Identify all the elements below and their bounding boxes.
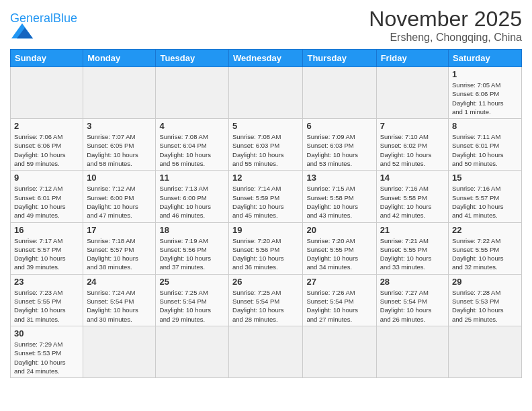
day-number: 26	[232, 277, 299, 287]
day-info: Sunrise: 7:05 AMSunset: 6:06 PMDaylight:…	[452, 81, 518, 116]
day-cell: 4Sunrise: 7:08 AMSunset: 6:04 PMDaylight…	[156, 119, 229, 171]
day-cell: 7Sunrise: 7:10 AMSunset: 6:02 PMDaylight…	[376, 119, 448, 171]
day-info: Sunrise: 7:06 AMSunset: 6:06 PMDaylight:…	[14, 132, 79, 168]
day-cell	[83, 326, 156, 377]
day-number: 15	[452, 173, 518, 183]
day-info: Sunrise: 7:19 AMSunset: 5:56 PMDaylight:…	[159, 236, 225, 272]
day-cell	[229, 67, 303, 119]
week-row-1: 1Sunrise: 7:05 AMSunset: 6:06 PMDaylight…	[11, 67, 522, 119]
day-cell: 12Sunrise: 7:14 AMSunset: 5:59 PMDayligh…	[229, 171, 303, 222]
day-info: Sunrise: 7:16 AMSunset: 5:57 PMDaylight:…	[452, 184, 518, 220]
day-info: Sunrise: 7:23 AMSunset: 5:55 PMDaylight:…	[14, 288, 79, 324]
day-info: Sunrise: 7:09 AMSunset: 6:03 PMDaylight:…	[306, 132, 372, 168]
day-cell: 2Sunrise: 7:06 AMSunset: 6:06 PMDaylight…	[11, 119, 83, 171]
calendar-header-sunday: Sunday	[11, 50, 83, 67]
day-cell: 10Sunrise: 7:12 AMSunset: 6:00 PMDayligh…	[83, 171, 156, 222]
day-cell: 5Sunrise: 7:08 AMSunset: 6:03 PMDaylight…	[229, 119, 303, 171]
day-info: Sunrise: 7:08 AMSunset: 6:03 PMDaylight:…	[232, 132, 299, 168]
day-cell	[303, 326, 376, 377]
day-number: 13	[306, 173, 372, 183]
day-cell: 6Sunrise: 7:09 AMSunset: 6:03 PMDaylight…	[303, 119, 376, 171]
day-info: Sunrise: 7:25 AMSunset: 5:54 PMDaylight:…	[232, 288, 299, 324]
day-number: 5	[232, 121, 299, 131]
day-cell: 15Sunrise: 7:16 AMSunset: 5:57 PMDayligh…	[449, 171, 522, 222]
day-number: 3	[87, 121, 152, 131]
day-info: Sunrise: 7:26 AMSunset: 5:54 PMDaylight:…	[306, 288, 372, 324]
day-number: 22	[452, 225, 518, 235]
logo-blue: Blue	[53, 11, 77, 25]
day-number: 21	[380, 225, 445, 235]
calendar-header-monday: Monday	[83, 50, 156, 67]
day-info: Sunrise: 7:25 AMSunset: 5:54 PMDaylight:…	[159, 288, 225, 324]
day-cell: 22Sunrise: 7:22 AMSunset: 5:55 PMDayligh…	[449, 222, 522, 274]
week-row-2: 2Sunrise: 7:06 AMSunset: 6:06 PMDaylight…	[11, 119, 522, 171]
calendar-header-row: SundayMondayTuesdayWednesdayThursdayFrid…	[11, 50, 522, 67]
day-number: 16	[14, 225, 79, 235]
day-cell	[303, 67, 376, 119]
day-number: 6	[306, 121, 372, 131]
day-cell: 30Sunrise: 7:29 AMSunset: 5:53 PMDayligh…	[11, 326, 83, 377]
day-cell	[11, 67, 83, 119]
day-number: 7	[380, 121, 445, 131]
day-cell: 19Sunrise: 7:20 AMSunset: 5:56 PMDayligh…	[229, 222, 303, 274]
day-info: Sunrise: 7:18 AMSunset: 5:57 PMDaylight:…	[87, 236, 152, 272]
calendar-header-saturday: Saturday	[449, 50, 522, 67]
header: GeneralBlue November 2025 Ersheng, Chong…	[10, 7, 522, 44]
day-cell: 25Sunrise: 7:25 AMSunset: 5:54 PMDayligh…	[156, 274, 229, 326]
day-info: Sunrise: 7:29 AMSunset: 5:53 PMDaylight:…	[14, 340, 79, 375]
calendar-header-friday: Friday	[376, 50, 448, 67]
day-info: Sunrise: 7:16 AMSunset: 5:58 PMDaylight:…	[380, 184, 445, 220]
location: Ersheng, Chongqing, China	[369, 32, 522, 44]
logo: GeneralBlue	[10, 12, 77, 43]
day-cell	[376, 67, 448, 119]
title-block: November 2025 Ersheng, Chongqing, China	[369, 7, 522, 44]
day-cell: 8Sunrise: 7:11 AMSunset: 6:01 PMDaylight…	[449, 119, 522, 171]
calendar-header-wednesday: Wednesday	[229, 50, 303, 67]
day-cell: 3Sunrise: 7:07 AMSunset: 6:05 PMDaylight…	[83, 119, 156, 171]
week-row-5: 23Sunrise: 7:23 AMSunset: 5:55 PMDayligh…	[11, 274, 522, 326]
day-cell: 23Sunrise: 7:23 AMSunset: 5:55 PMDayligh…	[11, 274, 83, 326]
day-cell: 21Sunrise: 7:21 AMSunset: 5:55 PMDayligh…	[376, 222, 448, 274]
day-cell: 18Sunrise: 7:19 AMSunset: 5:56 PMDayligh…	[156, 222, 229, 274]
day-number: 4	[159, 121, 225, 131]
day-cell: 13Sunrise: 7:15 AMSunset: 5:58 PMDayligh…	[303, 171, 376, 222]
day-info: Sunrise: 7:11 AMSunset: 6:01 PMDaylight:…	[452, 132, 518, 168]
day-number: 27	[306, 277, 372, 287]
day-number: 2	[14, 121, 79, 131]
day-cell	[83, 67, 156, 119]
day-cell: 29Sunrise: 7:28 AMSunset: 5:53 PMDayligh…	[449, 274, 522, 326]
day-number: 10	[87, 173, 152, 183]
day-cell: 11Sunrise: 7:13 AMSunset: 6:00 PMDayligh…	[156, 171, 229, 222]
day-cell: 20Sunrise: 7:20 AMSunset: 5:55 PMDayligh…	[303, 222, 376, 274]
day-cell: 27Sunrise: 7:26 AMSunset: 5:54 PMDayligh…	[303, 274, 376, 326]
day-number: 29	[452, 277, 518, 287]
day-number: 12	[232, 173, 299, 183]
day-info: Sunrise: 7:08 AMSunset: 6:04 PMDaylight:…	[159, 132, 225, 168]
day-number: 25	[159, 277, 225, 287]
page: GeneralBlue November 2025 Ersheng, Chong…	[0, 0, 532, 385]
day-cell: 17Sunrise: 7:18 AMSunset: 5:57 PMDayligh…	[83, 222, 156, 274]
day-number: 14	[380, 173, 445, 183]
day-number: 24	[87, 277, 152, 287]
logo-icon	[11, 21, 33, 40]
month-title: November 2025	[369, 7, 522, 32]
day-number: 11	[159, 173, 225, 183]
day-number: 9	[14, 173, 79, 183]
week-row-4: 16Sunrise: 7:17 AMSunset: 5:57 PMDayligh…	[11, 222, 522, 274]
day-info: Sunrise: 7:21 AMSunset: 5:55 PMDaylight:…	[380, 236, 445, 272]
day-info: Sunrise: 7:12 AMSunset: 6:00 PMDaylight:…	[87, 184, 152, 220]
day-cell: 28Sunrise: 7:27 AMSunset: 5:54 PMDayligh…	[376, 274, 448, 326]
day-cell: 1Sunrise: 7:05 AMSunset: 6:06 PMDaylight…	[449, 67, 522, 119]
day-info: Sunrise: 7:14 AMSunset: 5:59 PMDaylight:…	[232, 184, 299, 220]
day-info: Sunrise: 7:17 AMSunset: 5:57 PMDaylight:…	[14, 236, 79, 272]
day-cell: 9Sunrise: 7:12 AMSunset: 6:01 PMDaylight…	[11, 171, 83, 222]
day-cell	[156, 67, 229, 119]
day-info: Sunrise: 7:24 AMSunset: 5:54 PMDaylight:…	[87, 288, 152, 324]
day-cell: 14Sunrise: 7:16 AMSunset: 5:58 PMDayligh…	[376, 171, 448, 222]
calendar: SundayMondayTuesdayWednesdayThursdayFrid…	[10, 49, 522, 378]
day-cell	[156, 326, 229, 377]
day-number: 17	[87, 225, 152, 235]
day-number: 23	[14, 277, 79, 287]
day-info: Sunrise: 7:07 AMSunset: 6:05 PMDaylight:…	[87, 132, 152, 168]
week-row-3: 9Sunrise: 7:12 AMSunset: 6:01 PMDaylight…	[11, 171, 522, 222]
